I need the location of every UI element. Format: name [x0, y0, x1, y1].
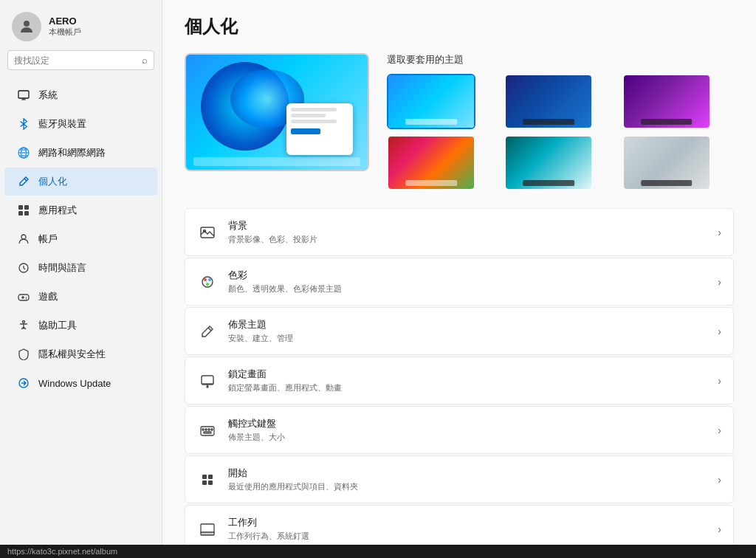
background-text: 背景 背景影像、色彩、投影片 [228, 219, 707, 245]
settings-item-lockscreen[interactable]: 鎖定畫面 鎖定螢幕畫面、應用程式、動畫 › [185, 356, 734, 404]
settings-item-start[interactable]: 開始 最近使用的應用程式與項目、資料夾 › [185, 455, 734, 503]
keyboard-icon [197, 420, 218, 441]
theme-thumb-3[interactable] [622, 74, 711, 129]
svg-rect-31 [211, 429, 213, 430]
settings-item-themes[interactable]: 佈景主題 安裝、建立、管理 › [185, 307, 734, 355]
avatar [12, 12, 41, 41]
sidebar-item-label-personalization: 個人化 [38, 175, 67, 188]
theme-thumb-5[interactable] [504, 135, 593, 190]
svg-rect-36 [208, 480, 213, 485]
bluetooth-icon [16, 117, 31, 131]
sidebar-item-label-system: 系統 [38, 89, 58, 102]
themes-icon [197, 321, 218, 342]
user-subtitle: 本機帳戶 [49, 27, 81, 38]
start-text: 開始 最近使用的應用程式與項目、資料夾 [228, 466, 707, 492]
themes-desc: 安裝、建立、管理 [228, 333, 707, 344]
search-box[interactable]: ⌕ [7, 50, 154, 70]
svg-rect-32 [204, 432, 211, 433]
page-title: 個人化 [185, 15, 734, 38]
gaming-icon [16, 289, 31, 304]
time-icon [16, 261, 31, 275]
keyboard-desc: 佈景主題、大小 [228, 432, 707, 443]
keyboard-text: 觸控式鍵盤 佈景主題、大小 [228, 417, 707, 443]
lockscreen-chevron: › [718, 375, 721, 387]
accounts-icon [16, 232, 31, 247]
svg-rect-34 [208, 475, 213, 479]
start-desc: 最近使用的應用程式與項目、資料夾 [228, 481, 707, 492]
settings-list: 背景 背景影像、色彩、投影片 › 色彩 顏色、透明效果、色彩佈景主題 › [185, 208, 734, 558]
sidebar-item-accessibility[interactable]: 協助工具 [4, 311, 157, 340]
svg-rect-35 [202, 480, 207, 485]
sidebar-item-gaming[interactable]: 遊戲 [4, 283, 157, 311]
svg-point-25 [207, 386, 208, 388]
lockscreen-desc: 鎖定螢幕畫面、應用程式、動畫 [228, 382, 707, 393]
svg-rect-1 [18, 91, 29, 98]
sidebar-item-label-update: Windows Update [38, 378, 111, 389]
svg-rect-27 [201, 427, 214, 435]
background-icon [197, 222, 218, 243]
sidebar-item-accounts[interactable]: 帳戶 [4, 225, 157, 253]
sidebar-item-personalization[interactable]: 個人化 [4, 168, 157, 196]
sidebar-item-apps[interactable]: 應用程式 [4, 196, 157, 224]
themes-chevron: › [718, 326, 721, 337]
preview-dialog [286, 103, 353, 155]
color-icon [197, 272, 218, 292]
theme-thumb-4[interactable] [387, 135, 475, 190]
personalization-icon [16, 174, 31, 189]
search-input[interactable] [14, 55, 137, 66]
taskbar-icon [197, 519, 218, 540]
sidebar-item-label-apps: 應用程式 [38, 204, 77, 217]
sidebar: AERO 本機帳戶 ⌕ 系統 藍牙與裝置 [0, 0, 162, 558]
svg-point-12 [21, 235, 26, 239]
taskbar-title: 工作列 [228, 516, 707, 529]
settings-item-background[interactable]: 背景 背景影像、色彩、投影片 › [185, 208, 734, 256]
nav-items: 系統 藍牙與裝置 網路和網際網路 [0, 78, 162, 558]
keyboard-chevron: › [718, 424, 721, 436]
theme-thumbnails-area: 選取要套用的主題 [387, 53, 734, 190]
settings-item-keyboard[interactable]: 觸控式鍵盤 佈景主題、大小 › [185, 406, 734, 454]
svg-point-22 [206, 283, 209, 286]
theme-thumb-6[interactable] [622, 135, 711, 190]
svg-point-21 [208, 278, 211, 281]
sidebar-item-label-accounts: 帳戶 [38, 232, 58, 246]
background-title: 背景 [228, 219, 707, 232]
taskbar-chevron: › [718, 523, 721, 535]
keyboard-title: 觸控式鍵盤 [228, 417, 707, 430]
background-desc: 背景影像、色彩、投影片 [228, 234, 707, 245]
theme-preview [185, 53, 369, 171]
color-chevron: › [718, 276, 721, 288]
svg-rect-23 [202, 376, 213, 385]
sidebar-item-network[interactable]: 網路和網際網路 [4, 139, 157, 167]
sidebar-item-bluetooth[interactable]: 藍牙與裝置 [4, 110, 157, 138]
sidebar-item-label-bluetooth: 藍牙與裝置 [38, 117, 86, 131]
background-chevron: › [718, 227, 721, 238]
lockscreen-title: 鎖定畫面 [228, 368, 707, 381]
update-icon [16, 376, 31, 390]
search-icon: ⌕ [142, 55, 148, 66]
sidebar-item-update[interactable]: Windows Update [4, 369, 157, 397]
svg-rect-9 [24, 205, 29, 210]
start-title: 開始 [228, 466, 707, 480]
accessibility-icon [16, 318, 31, 333]
start-chevron: › [718, 474, 721, 486]
sidebar-item-time[interactable]: 時間與語言 [4, 254, 157, 282]
color-title: 色彩 [228, 269, 707, 282]
themes-title: 佈景主題 [228, 318, 707, 331]
color-text: 色彩 顏色、透明效果、色彩佈景主題 [228, 269, 707, 294]
svg-point-15 [23, 321, 25, 323]
main-content: 個人化 選取要套用的主題 [162, 0, 756, 558]
settings-item-color[interactable]: 色彩 顏色、透明效果、色彩佈景主題 › [185, 258, 734, 306]
lockscreen-text: 鎖定畫面 鎖定螢幕畫面、應用程式、動畫 [228, 368, 707, 393]
theme-thumb-2[interactable] [504, 74, 593, 129]
sidebar-item-label-gaming: 遊戲 [38, 290, 58, 303]
sidebar-item-system[interactable]: 系統 [4, 81, 157, 109]
sidebar-item-label-time: 時間與語言 [38, 261, 86, 275]
apps-icon [16, 203, 31, 218]
privacy-icon [16, 347, 31, 362]
network-icon [16, 145, 31, 160]
system-icon [16, 88, 31, 103]
svg-point-20 [204, 278, 207, 281]
sidebar-item-privacy[interactable]: 隱私權與安全性 [4, 340, 157, 368]
svg-rect-30 [208, 429, 210, 430]
theme-thumb-1[interactable] [387, 74, 475, 129]
